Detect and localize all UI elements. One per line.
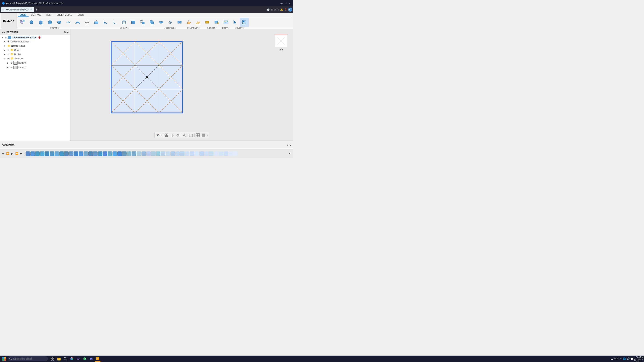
- visibility-origin-icon[interactable]: 👁: [7, 49, 10, 51]
- browser-collapse-button[interactable]: ◀◀: [2, 31, 5, 33]
- tab-close-button[interactable]: ✕: [30, 9, 32, 11]
- timeline-item[interactable]: [204, 151, 209, 156]
- new-joint-button[interactable]: [156, 18, 166, 27]
- box-button[interactable]: [27, 18, 36, 27]
- zoom-button[interactable]: [182, 133, 187, 138]
- cylinder-button[interactable]: [36, 18, 45, 27]
- browser-collapse-right-icon[interactable]: ▶: [67, 31, 69, 33]
- tree-item-sketch2[interactable]: ▶ 👁 ⬜ Sketch2: [0, 65, 70, 70]
- timeline-item[interactable]: [175, 151, 180, 156]
- timeline-item[interactable]: [200, 151, 204, 156]
- tab-mesh[interactable]: MESH: [44, 13, 54, 17]
- timeline-item[interactable]: [50, 151, 54, 156]
- window-select-button[interactable]: [240, 18, 249, 27]
- timeline-item[interactable]: [40, 151, 44, 156]
- display-settings-button[interactable]: [212, 18, 221, 27]
- timeline-item[interactable]: [166, 151, 170, 156]
- timeline-item[interactable]: [224, 151, 228, 156]
- press-pull-button[interactable]: [92, 18, 100, 27]
- measure-button[interactable]: [203, 18, 212, 27]
- fillet-button[interactable]: [101, 18, 110, 27]
- timeline-item[interactable]: [69, 151, 74, 156]
- timeline-item[interactable]: [214, 151, 218, 156]
- tab-tools[interactable]: TOOLS: [74, 13, 86, 17]
- timeline-step-back-button[interactable]: ⏪: [6, 152, 10, 156]
- timeline-item[interactable]: [228, 151, 233, 156]
- tree-item-origin[interactable]: ▶ 👁 📁 Origin: [0, 48, 70, 52]
- timeline-item[interactable]: [26, 151, 30, 156]
- timeline-item[interactable]: [93, 151, 98, 156]
- timeline-item[interactable]: [209, 151, 214, 156]
- orbit-button[interactable]: [176, 133, 180, 138]
- maximize-button[interactable]: □: [284, 1, 288, 5]
- tab-surface[interactable]: SURFACE: [29, 13, 44, 17]
- timeline-item[interactable]: [88, 151, 93, 156]
- timeline-item[interactable]: [142, 151, 146, 156]
- display-settings-canvas-button[interactable]: [196, 133, 200, 138]
- visibility-sketches-icon[interactable]: 👁: [7, 57, 10, 60]
- timeline-item[interactable]: [117, 151, 122, 156]
- rigid-group-button[interactable]: [175, 18, 184, 27]
- move-button[interactable]: [82, 18, 91, 27]
- view-cube[interactable]: Top: [273, 33, 289, 49]
- timeline-item[interactable]: [30, 151, 35, 156]
- timeline-item[interactable]: [35, 151, 40, 156]
- timeline-item[interactable]: [233, 151, 238, 156]
- timeline-settings-button[interactable]: ⚙: [288, 152, 292, 156]
- timeline-item[interactable]: [112, 151, 117, 156]
- help-icon[interactable]: ❓: [284, 8, 287, 11]
- timeline-item[interactable]: [45, 151, 49, 156]
- active-tab[interactable]: 🛡 Ukulele self made v10* ✕: [1, 7, 34, 12]
- timeline-item[interactable]: [64, 151, 69, 156]
- user-avatar[interactable]: HT: [288, 8, 292, 12]
- draft-button[interactable]: [129, 18, 138, 27]
- timeline-item[interactable]: [170, 151, 175, 156]
- timeline-skip-start-button[interactable]: ⏮: [1, 152, 5, 156]
- timeline-item[interactable]: [190, 151, 194, 156]
- timeline-item[interactable]: [151, 151, 156, 156]
- visibility-root-icon[interactable]: 👁: [5, 36, 7, 39]
- shell-button[interactable]: [120, 18, 128, 27]
- timeline-item[interactable]: [185, 151, 190, 156]
- timeline-item[interactable]: [137, 151, 141, 156]
- timeline-item[interactable]: [59, 151, 64, 156]
- tab-sheet-metal[interactable]: SHEET METAL: [54, 13, 74, 17]
- new-tab-button[interactable]: +: [34, 7, 39, 12]
- timeline-item[interactable]: [84, 151, 88, 156]
- design-mode-button[interactable]: DESIGN ▾: [1, 13, 17, 29]
- coordinate-display-button[interactable]: [156, 133, 160, 138]
- timeline-item[interactable]: [161, 151, 165, 156]
- torus-button[interactable]: [55, 18, 64, 27]
- tree-item-doc-settings[interactable]: ▶ ⚙ Document Settings: [0, 39, 70, 44]
- combine-button[interactable]: [147, 18, 156, 27]
- pipe-button[interactable]: [73, 18, 82, 27]
- timeline-item[interactable]: [127, 151, 132, 156]
- visibility-bodies-icon[interactable]: 👁: [7, 53, 10, 55]
- grid-display-button[interactable]: [201, 133, 206, 138]
- timeline-item[interactable]: [79, 151, 83, 156]
- coil-button[interactable]: [64, 18, 73, 27]
- timeline-skip-end-button[interactable]: ⏭: [19, 152, 23, 156]
- offset-plane-button[interactable]: [184, 18, 193, 27]
- timeline-item[interactable]: [194, 151, 199, 156]
- timeline-item[interactable]: [146, 151, 151, 156]
- chamfer-button[interactable]: [110, 18, 119, 27]
- new-component-button[interactable]: [18, 18, 26, 27]
- visibility-sketch1-icon[interactable]: 👁: [10, 62, 13, 64]
- plane-at-angle-button[interactable]: [194, 18, 202, 27]
- timeline-item[interactable]: [74, 151, 78, 156]
- timeline-item[interactable]: [122, 151, 126, 156]
- tab-solid[interactable]: SOLID: [18, 13, 28, 17]
- tree-item-bodies[interactable]: ▶ 👁 📁 Bodies: [0, 52, 70, 56]
- root-target-icon[interactable]: 🎯: [38, 36, 41, 39]
- sphere-button[interactable]: [46, 18, 54, 27]
- grid-snap-button[interactable]: [164, 133, 169, 138]
- timeline-item[interactable]: [180, 151, 184, 156]
- tree-item-named-views[interactable]: ▶ 📁 Named Views: [0, 44, 70, 48]
- notifications-icon[interactable]: 🔔: [280, 8, 283, 11]
- joint-origin-button[interactable]: [166, 18, 175, 27]
- timeline-item[interactable]: [156, 151, 160, 156]
- comments-add-button[interactable]: +: [287, 144, 288, 147]
- visibility-sketch2-icon[interactable]: 👁: [10, 66, 13, 69]
- scale-button[interactable]: [138, 18, 147, 27]
